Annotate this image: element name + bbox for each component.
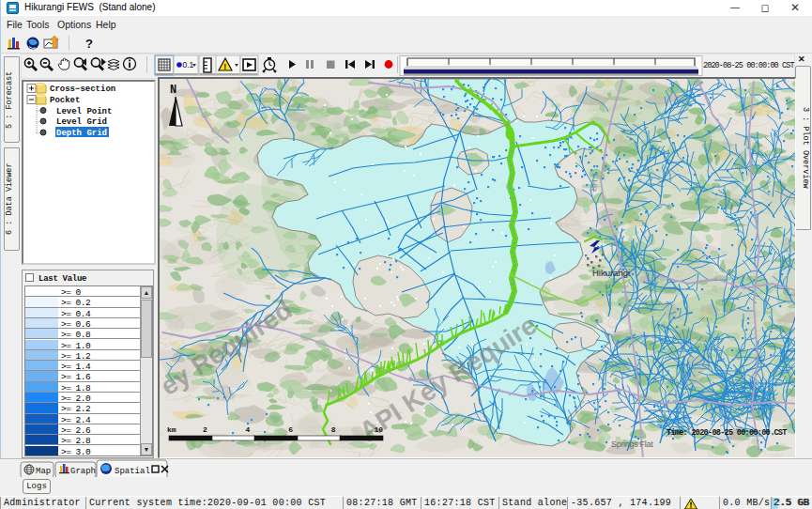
- svg-text:Spatial: Spatial: [115, 467, 150, 476]
- svg-text:km: km: [167, 425, 176, 434]
- svg-text:Time: 2020-08-25 00:00:00 CST: Time: 2020-08-25 00:00:00 CST: [666, 428, 787, 438]
- svg-text:SH 1: SH 1: [589, 172, 600, 192]
- svg-text:Depth Grid: Depth Grid: [56, 129, 107, 138]
- svg-text:4: 4: [246, 425, 251, 434]
- svg-text:Level Point: Level Point: [56, 107, 112, 116]
- svg-text:6: 6: [288, 425, 293, 434]
- svg-text:0.1: 0.1: [183, 60, 194, 69]
- svg-text:Cross−section: Cross−section: [50, 85, 115, 94]
- svg-text:Map: Map: [36, 467, 51, 476]
- svg-text:?: ?: [85, 37, 93, 51]
- svg-text:8: 8: [331, 425, 336, 434]
- svg-text:Level Grid: Level Grid: [56, 117, 107, 127]
- svg-text:10: 10: [374, 425, 383, 434]
- svg-text:2020-08-25 00:00:00 CST: 2020-08-25 00:00:00 CST: [703, 61, 794, 70]
- svg-text:2: 2: [203, 425, 207, 434]
- svg-text:Hikurangi: Hikurangi: [592, 268, 630, 278]
- svg-text:!: !: [223, 62, 226, 71]
- svg-text:Pocket: Pocket: [50, 96, 80, 105]
- svg-text:N: N: [170, 84, 176, 97]
- svg-text:Springs Flat: Springs Flat: [611, 440, 653, 449]
- svg-text:Graph: Graph: [70, 467, 96, 476]
